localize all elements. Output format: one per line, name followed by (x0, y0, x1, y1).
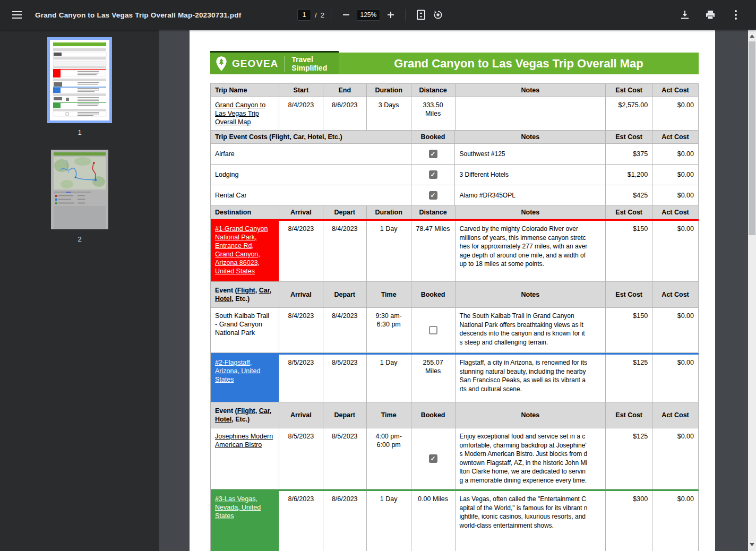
flight-link[interactable]: Flight (237, 287, 255, 294)
trip-name-link[interactable]: Grand Canyon to Las Vegas Trip Overall M… (215, 101, 265, 126)
arrival-cell: 8/4/2023 (279, 221, 323, 282)
more-options-button[interactable] (729, 8, 743, 22)
column-header: Depart (323, 402, 367, 428)
pdf-page-1: GEOVEA Travel Simplified Grand Canyon to… (190, 30, 715, 551)
duration-cell: 1 Day (367, 355, 411, 402)
event-header-text: Event ( (215, 287, 237, 294)
vertical-scrollbar[interactable] (748, 30, 756, 551)
trip-start-cell: 8/4/2023 (279, 97, 323, 131)
destination-link[interactable]: #3-Las Vegas, Nevada, United States (215, 495, 261, 520)
destination-link[interactable]: #1-Grand Canyon National Park, Entrance … (215, 225, 268, 275)
column-header: Duration (367, 84, 411, 97)
destination-row-3: #3-Las Vegas, Nevada, United States 8/6/… (211, 489, 699, 551)
page-2-thumbnail[interactable] (51, 150, 108, 229)
page-number-input[interactable]: 1 (297, 9, 311, 21)
depart-cell: 8/5/2023 (323, 355, 367, 402)
event-header-label: Event (Flight, Car, Hotel, Etc.) (211, 282, 279, 308)
scroll-up-arrow-icon[interactable] (748, 32, 756, 40)
event-header-text: , (255, 287, 259, 294)
page-separator: / (315, 11, 317, 19)
destination-row-2: #2-Flagstaff, Arizona, United States 8/5… (211, 353, 699, 402)
car-link[interactable]: Car (259, 287, 270, 294)
document-banner: Grand Canyon to Las Vegas Trip Overall M… (339, 53, 699, 74)
menu-icon[interactable] (6, 4, 28, 25)
column-header: Arrival (279, 206, 323, 219)
act-cost-cell: $0.00 (652, 308, 699, 353)
zoom-out-button[interactable] (339, 8, 353, 22)
download-icon (680, 10, 690, 20)
column-header: Notes (456, 206, 606, 219)
booked-checkbox[interactable] (429, 150, 437, 158)
fit-to-page-button[interactable] (414, 8, 428, 22)
destination-row-1: #1-Grand Canyon National Park, Entrance … (211, 219, 699, 282)
download-button[interactable] (678, 8, 692, 22)
cost-row-rental-car: Rental Car Alamo #DR345OPL $425 $0.00 (211, 185, 699, 206)
est-cost-cell: $125 (606, 428, 652, 489)
trip-act-cost-cell: $0.00 (652, 97, 699, 131)
page-1-label: 1 (0, 128, 159, 136)
column-header: Notes (456, 402, 606, 428)
hotel-link[interactable]: Hotel (215, 416, 231, 423)
event-header-text: , (270, 407, 271, 415)
print-icon (706, 10, 715, 20)
booked-checkbox[interactable] (429, 454, 437, 463)
cost-act: $0.00 (652, 165, 699, 185)
event-header-text: Event ( (215, 407, 237, 415)
column-header: Start (279, 84, 323, 97)
destination-header-row: Destination Arrival Depart Duration Dist… (211, 206, 699, 219)
brand-name: GEOVEA (232, 58, 278, 70)
notes-cell: The South Kaibab Trail in Grand Canyon N… (456, 308, 606, 353)
cost-notes: Alamo #DR345OPL (455, 185, 606, 206)
event-header-text: , Etc.) (231, 416, 250, 423)
depart-cell: 8/4/2023 (323, 308, 367, 353)
booked-checkbox[interactable] (429, 326, 437, 334)
booked-checkbox[interactable] (429, 170, 437, 179)
column-header: Trip Name (211, 84, 279, 97)
column-header: Notes (456, 84, 606, 97)
cost-label: Airfare (211, 144, 411, 165)
flight-link[interactable]: Flight (237, 407, 255, 415)
column-header: Arrival (279, 402, 323, 428)
scrollbar-thumb[interactable] (749, 41, 755, 235)
event-name-cell: Josephines Modern American Bistro (211, 428, 279, 489)
booked-checkbox[interactable] (429, 191, 437, 200)
page-2-label: 2 (0, 235, 159, 243)
page-2-thumbnail-preview (51, 150, 108, 229)
trip-end-cell: 8/6/2023 (323, 97, 367, 131)
time-cell: 4:00 pm- 6:00 pm (367, 428, 411, 489)
destination-cell: #2-Flagstaff, Arizona, United States (211, 355, 279, 402)
column-header: Act Cost (652, 402, 699, 428)
zoom-level-input[interactable]: 125% (357, 9, 380, 21)
column-header: Act Cost (652, 84, 699, 97)
cost-act: $0.00 (652, 144, 699, 165)
est-cost-cell: $150 (606, 221, 652, 282)
column-header: Time (367, 402, 411, 428)
cost-row-airfare: Airfare Southwest #125 $375 $0.00 (211, 144, 699, 165)
zoom-in-button[interactable] (384, 8, 398, 22)
trip-table: Trip Name Start End Duration Distance No… (210, 83, 699, 551)
trip-duration-cell: 3 Days (367, 97, 411, 131)
cost-est: $375 (606, 144, 652, 165)
brand-logo-block: GEOVEA Travel Simplified (210, 51, 339, 74)
print-button[interactable] (703, 8, 717, 22)
event-link[interactable]: Josephines Modern American Bistro (215, 433, 273, 449)
trip-distance-cell: 333.50 Miles (411, 97, 456, 131)
scroll-down-arrow-icon[interactable] (748, 540, 756, 549)
column-header: Booked (411, 131, 456, 144)
notes-cell: Flagstaff, a city in Arizona, is renowne… (456, 355, 606, 402)
column-header: Destination (211, 206, 279, 219)
notes-cell: Carved by the mighty Colorado River over… (456, 221, 606, 282)
event-header-text: , (270, 287, 271, 294)
cost-act: $0.00 (652, 185, 699, 206)
column-header: Depart (323, 282, 367, 308)
trip-row: Grand Canyon to Las Vegas Trip Overall M… (211, 97, 699, 131)
hotel-link[interactable]: Hotel (215, 295, 231, 303)
trip-name-cell: Grand Canyon to Las Vegas Trip Overall M… (211, 97, 279, 131)
destination-cell: #3-Las Vegas, Nevada, United States (211, 491, 279, 551)
destination-link[interactable]: #2-Flagstaff, Arizona, United States (215, 359, 260, 383)
rotate-button[interactable] (431, 8, 445, 22)
page-1-thumbnail[interactable] (47, 37, 112, 123)
car-link[interactable]: Car (259, 407, 270, 415)
column-header: Booked (411, 282, 456, 308)
event-header-label: Event (Flight, Car, Hotel, Etc.) (211, 402, 279, 428)
